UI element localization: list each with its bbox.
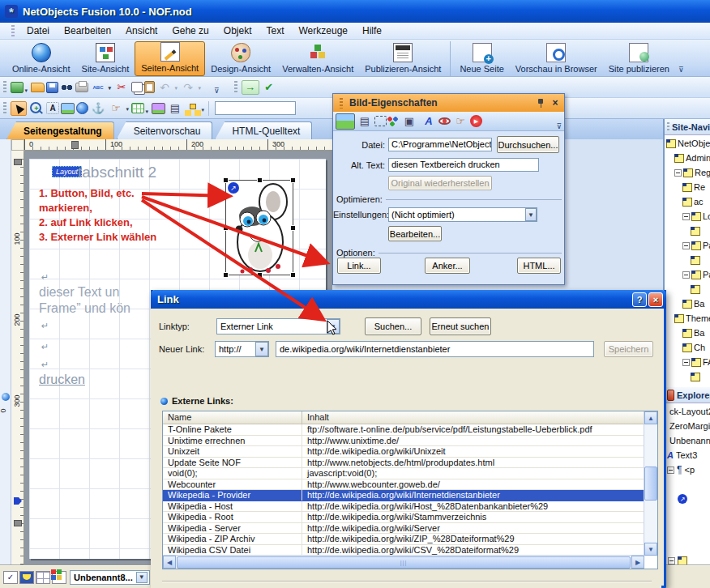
new-object-icon[interactable]: [11, 82, 24, 93]
horizontal-ruler[interactable]: 0100200300: [24, 139, 332, 151]
view-button[interactable]: Neue Seite: [450, 41, 509, 76]
view-button[interactable]: Publizieren-Ansicht: [359, 41, 447, 76]
scrollbar-thumb[interactable]: [644, 467, 657, 501]
scroll-left-icon[interactable]: ◀: [163, 556, 176, 569]
navbar-tool-icon[interactable]: [185, 102, 199, 115]
resize-handle[interactable]: [290, 177, 296, 183]
frame-props-icon[interactable]: ▣: [400, 113, 419, 130]
explorer-item[interactable]: A Text3: [665, 448, 710, 462]
link-row[interactable]: Wikipedia - Server http://de.wikipedia.o…: [163, 523, 644, 535]
editor-tab[interactable]: Seitenvorschau: [117, 121, 213, 139]
resize-handle[interactable]: [257, 177, 263, 183]
link-tool-icon[interactable]: [76, 102, 88, 114]
window-titlebar[interactable]: * NetObjects Fusion 10.0 - NOF.nod: [0, 0, 710, 23]
link-row[interactable]: Unixzeit http://de.wikipedia.org/wiki/Un…: [163, 446, 644, 458]
resize-handle[interactable]: [290, 272, 296, 278]
mini-globe-icon[interactable]: [2, 393, 10, 401]
font-props-icon[interactable]: A: [419, 113, 438, 130]
menu-item[interactable]: Gehe zu: [165, 23, 216, 38]
resize-handle[interactable]: [223, 225, 229, 231]
menu-item[interactable]: Objekt: [216, 23, 259, 38]
color-props-icon[interactable]: [387, 116, 400, 126]
menu-item[interactable]: Hilfe: [355, 23, 389, 38]
find-icon[interactable]: [60, 82, 74, 93]
link-row[interactable]: Wikipedia - ZIP Archiv http://de.wikiped…: [163, 534, 644, 545]
anchor-tool-icon[interactable]: ⚓: [90, 101, 106, 116]
align-props-icon[interactable]: ▤: [355, 113, 374, 130]
resize-handle[interactable]: [257, 272, 263, 278]
chevron-down-icon[interactable]: ▼: [525, 208, 537, 221]
link-row[interactable]: T-Online Pakete ftp://software.t-online.…: [163, 424, 644, 436]
site-tree-item[interactable]: Lo: [665, 209, 710, 224]
horizontal-scrollbar[interactable]: ◀ ||| ▶: [163, 555, 644, 569]
form-tool-icon[interactable]: ▤: [167, 101, 183, 116]
site-tree-item[interactable]: [665, 253, 710, 267]
table-header[interactable]: Name Inhalt: [163, 411, 657, 424]
site-tree-item[interactable]: Ch: [665, 340, 710, 355]
explorer-panel-icon[interactable]: [667, 390, 674, 401]
link-row[interactable]: void(0); javascript:void(0);: [163, 468, 644, 479]
hotspot-tool-icon[interactable]: ☞: [108, 101, 124, 116]
editor-tab[interactable]: HTML-Quelltext: [215, 121, 312, 139]
view-button[interactable]: Design-Ansicht: [205, 41, 276, 76]
explorer-item[interactable]: Unbenann: [665, 433, 710, 448]
site-tree-item[interactable]: [665, 282, 710, 296]
menu-item[interactable]: Datei: [19, 23, 57, 38]
menu-item[interactable]: Bearbeiten: [57, 23, 118, 38]
durchsuchen-button[interactable]: Durchsuchen...: [497, 136, 559, 153]
zoom-tool-icon[interactable]: +: [28, 101, 45, 116]
image-props-icon[interactable]: [336, 113, 355, 130]
toolbar-overflow-icon[interactable]: ⊽: [556, 122, 564, 130]
page-selector[interactable]: Unbenannt8... ▼: [70, 570, 150, 585]
rollover-eye-icon[interactable]: [438, 117, 451, 125]
link-row[interactable]: Wikipedia - Root http://de.wikipedia.org…: [163, 512, 644, 523]
link-row[interactable]: Wikepedia - Provider http://de.wikipedia…: [163, 490, 644, 501]
link-row[interactable]: Unixtime errechnen http://www.unixtime.d…: [163, 436, 644, 447]
link-button[interactable]: Link...: [337, 258, 381, 274]
palette-titlebar[interactable]: Bild-Eigenschaften ×: [333, 94, 564, 112]
margin-marker[interactable]: [14, 159, 22, 165]
resize-handle[interactable]: [290, 225, 296, 231]
chevron-down-icon[interactable]: ▼: [327, 319, 340, 334]
table-tool-icon[interactable]: [131, 103, 144, 113]
tree-expander-icon[interactable]: [682, 359, 690, 366]
tree-expander-icon[interactable]: [682, 271, 690, 279]
guide-marker[interactable]: [14, 497, 22, 505]
site-tree-item[interactable]: Ba: [665, 296, 710, 311]
html-button[interactable]: HTML...: [517, 258, 561, 274]
protocol-select[interactable]: http:// ▼: [215, 341, 269, 357]
resize-handle[interactable]: [223, 177, 229, 183]
vertical-ruler[interactable]: 100200300: [11, 151, 24, 565]
print-icon[interactable]: [75, 83, 88, 92]
explorer-item[interactable]: ZeroMargi: [665, 419, 710, 433]
panel-grip[interactable]: [340, 98, 343, 109]
tree-expander-icon[interactable]: [682, 242, 690, 249]
transform-props-icon[interactable]: [374, 116, 387, 126]
text-tool-icon[interactable]: A: [46, 102, 59, 114]
ruler-marker[interactable]: [71, 141, 79, 149]
site-tree-item[interactable]: Re: [665, 180, 710, 194]
tree-expander-icon[interactable]: [667, 467, 674, 474]
style-combo[interactable]: [215, 101, 296, 115]
bearbeiten-button[interactable]: Bearbeiten...: [388, 226, 442, 241]
toolbar-grip[interactable]: [3, 102, 6, 115]
hotspot-props-icon[interactable]: ☞: [451, 113, 470, 130]
open-icon[interactable]: [31, 83, 45, 92]
color-grid-icon[interactable]: [52, 571, 66, 584]
selected-image[interactable]: ↗: [225, 180, 293, 275]
linktyp-select[interactable]: Externer Link ▼: [216, 318, 340, 334]
site-tree-item[interactable]: Theme: [665, 311, 710, 326]
erneut-suchen-button[interactable]: Erneut suchen: [430, 317, 491, 335]
close-icon[interactable]: ×: [550, 97, 561, 109]
anker-button[interactable]: Anker...: [425, 258, 470, 274]
link-row[interactable]: Webcounter http://www.webcounter.goweb.d…: [163, 479, 644, 491]
pin-icon[interactable]: [536, 98, 546, 109]
site-tree-item[interactable]: [665, 369, 710, 384]
ok-check-icon[interactable]: ✔: [261, 80, 277, 95]
view-button[interactable]: Site-Ansicht: [76, 41, 135, 76]
view-button[interactable]: Vorschau in Browser: [510, 41, 603, 76]
einstellungen-select[interactable]: (Nicht optimiert) ▼: [388, 207, 537, 222]
editor-tab[interactable]: Seitengestaltung: [6, 121, 114, 139]
column-name[interactable]: Name: [163, 411, 302, 424]
link-row[interactable]: Wikipedia CSV Datei http://de.wikipedia.…: [163, 545, 644, 556]
